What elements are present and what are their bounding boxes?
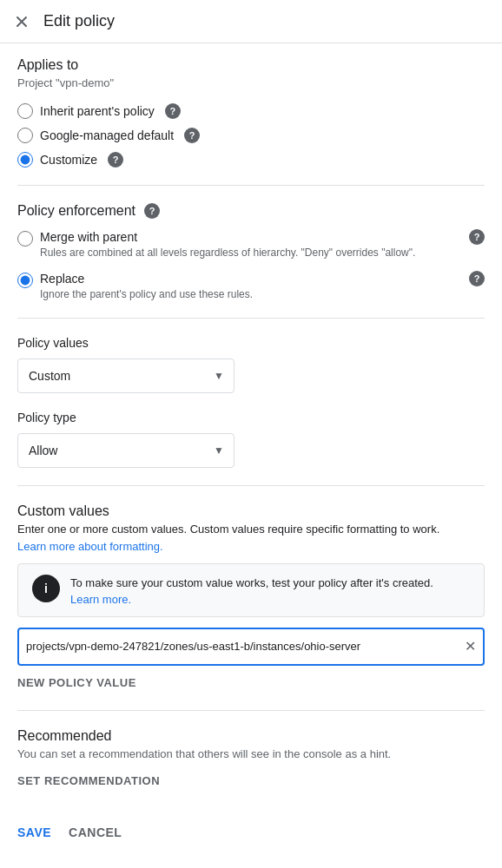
radio-google-input[interactable] — [17, 128, 33, 143]
radio-replace[interactable]: Replace ? Ignore the parent's policy and… — [17, 271, 485, 300]
radio-inherit-input[interactable] — [17, 103, 33, 119]
radio-customize-input[interactable] — [17, 152, 33, 168]
replace-help-icon[interactable]: ? — [469, 271, 485, 286]
divider-2 — [17, 318, 485, 319]
radio-google-label: Google-managed default — [40, 128, 174, 142]
divider-3 — [17, 485, 485, 486]
merge-desc: Rules are combined at all levels regardl… — [40, 247, 485, 259]
applies-to-radio-group: Inherit parent's policy ? Google-managed… — [17, 103, 485, 168]
replace-desc: Ignore the parent's policy and use these… — [40, 288, 485, 300]
merge-label-row: Merge with parent ? — [40, 229, 485, 245]
policy-type-select[interactable]: Allow Deny — [17, 433, 234, 468]
policy-type-dropdown-wrapper: Allow Deny ▼ — [17, 433, 234, 468]
info-box: i To make sure your custom value works, … — [17, 563, 485, 617]
recommended-section: Recommended You can set a recommendation… — [17, 728, 485, 791]
policy-enforcement-section: Policy enforcement ? Merge with parent ?… — [17, 203, 485, 300]
policy-values-label: Policy values — [17, 336, 485, 350]
learn-more-test-link[interactable]: Learn more. — [70, 593, 131, 606]
custom-values-desc: Enter one or more custom values. Custom … — [17, 523, 485, 536]
learn-more-formatting-link[interactable]: Learn more about formatting. — [17, 540, 163, 553]
clear-input-icon[interactable]: ✕ — [465, 638, 476, 654]
policy-enforcement-title: Policy enforcement ? — [17, 203, 485, 219]
applies-to-section: Applies to Project "vpn-demo" Inherit pa… — [17, 57, 485, 168]
merge-content: Merge with parent ? Rules are combined a… — [40, 229, 485, 259]
close-icon[interactable] — [14, 14, 30, 30]
cancel-button[interactable]: CANCEL — [69, 819, 122, 846]
custom-values-title: Custom values — [17, 503, 485, 519]
radio-inherit-label: Inherit parent's policy — [40, 104, 155, 118]
inherit-help-icon[interactable]: ? — [165, 103, 181, 119]
policy-values-select[interactable]: Custom Allow All Deny All — [17, 358, 234, 393]
replace-label: Replace — [40, 272, 84, 286]
policy-value-input[interactable] — [26, 640, 465, 653]
applies-to-title: Applies to — [17, 57, 485, 73]
merge-help-icon[interactable]: ? — [469, 229, 485, 245]
info-icon: i — [32, 575, 60, 602]
recommended-desc: You can set a recommendation that others… — [17, 747, 485, 760]
info-box-content: To make sure your custom value works, te… — [70, 575, 433, 606]
radio-replace-input[interactable] — [17, 273, 33, 288]
radio-customize-label: Customize — [40, 153, 97, 167]
action-buttons: SAVE CANCEL — [17, 812, 485, 846]
divider-4 — [17, 710, 485, 711]
google-help-icon[interactable]: ? — [184, 128, 200, 143]
policy-values-section: Policy values Custom Allow All Deny All … — [17, 336, 485, 393]
replace-label-row: Replace ? — [40, 271, 485, 286]
page-title: Edit policy — [43, 12, 115, 30]
new-policy-value-button[interactable]: NEW POLICY VALUE — [17, 673, 485, 693]
enforcement-help-icon[interactable]: ? — [144, 203, 160, 219]
recommended-title: Recommended — [17, 728, 485, 744]
header: Edit policy — [0, 0, 502, 43]
policy-input-row: ✕ — [17, 628, 485, 666]
custom-values-section: Custom values Enter one or more custom v… — [17, 503, 485, 693]
customize-help-icon[interactable]: ? — [108, 152, 123, 168]
divider-1 — [17, 185, 485, 186]
replace-content: Replace ? Ignore the parent's policy and… — [40, 271, 485, 300]
policy-type-section: Policy type Allow Deny ▼ — [17, 411, 485, 468]
radio-merge-input[interactable] — [17, 231, 33, 247]
radio-customize[interactable]: Customize ? — [17, 152, 485, 168]
applies-to-subtitle: Project "vpn-demo" — [17, 76, 485, 89]
set-recommendation-button[interactable]: SET RECOMMENDATION — [17, 771, 485, 791]
save-button[interactable]: SAVE — [17, 819, 51, 846]
radio-merge[interactable]: Merge with parent ? Rules are combined a… — [17, 229, 485, 259]
info-box-text: To make sure your custom value works, te… — [70, 575, 433, 592]
radio-inherit[interactable]: Inherit parent's policy ? — [17, 103, 485, 119]
radio-google[interactable]: Google-managed default ? — [17, 128, 485, 143]
content-area: Applies to Project "vpn-demo" Inherit pa… — [0, 43, 502, 860]
policy-values-dropdown-wrapper: Custom Allow All Deny All ▼ — [17, 358, 234, 393]
merge-label: Merge with parent — [40, 230, 137, 244]
policy-type-label: Policy type — [17, 411, 485, 424]
